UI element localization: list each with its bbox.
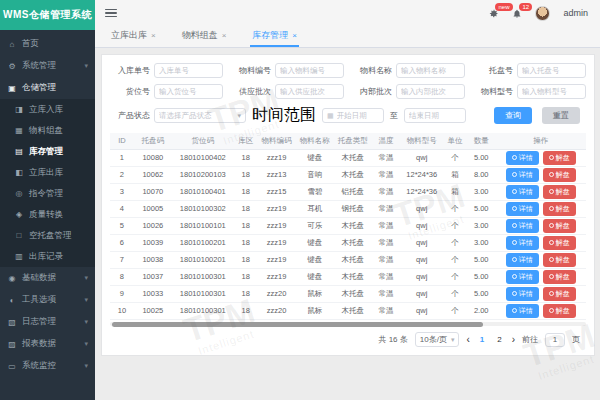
filter-input[interactable] xyxy=(517,84,586,99)
table-row: 4100051801010030218zzz19耳机钢托盘常温qwj个5.00详… xyxy=(110,200,586,217)
release-button[interactable]: 解盘 xyxy=(543,168,576,182)
cell: 鼠标 xyxy=(296,285,334,302)
chevron-down-icon: ▾ xyxy=(84,296,88,304)
sidebar-item-outbound-records[interactable]: ▥出库记录 xyxy=(0,246,95,267)
sidebar-item-home[interactable]: ⌂首页 xyxy=(0,33,95,55)
actions-cell: 详情解盘 xyxy=(496,149,587,166)
cell: 箱 xyxy=(443,166,467,183)
detail-button[interactable]: 详情 xyxy=(506,151,539,165)
release-button[interactable]: 解盘 xyxy=(543,202,576,216)
release-button[interactable]: 解盘 xyxy=(543,151,576,165)
product-status-field: 产品状态请选择产品状态▾ xyxy=(110,108,246,123)
release-icon xyxy=(549,155,554,160)
page-number-2[interactable]: 2 xyxy=(494,335,504,344)
actions-cell: 详情解盘 xyxy=(496,183,587,200)
tab-material-grouping[interactable]: 物料组盘× xyxy=(180,26,229,47)
filter-input[interactable] xyxy=(275,63,344,78)
detail-button[interactable]: 详情 xyxy=(506,253,539,267)
tab-outbound[interactable]: 立库出库× xyxy=(109,26,158,47)
sidebar-item-system-management[interactable]: ⚙系统管理▾ xyxy=(0,55,95,77)
scrollbar-thumb[interactable] xyxy=(112,322,483,327)
filter-label: 托盘号 xyxy=(473,65,513,76)
release-label: 解盘 xyxy=(556,187,570,197)
tab-close-icon[interactable]: × xyxy=(222,31,227,40)
detail-button[interactable]: 详情 xyxy=(506,219,539,233)
sidebar-menu: ⌂首页⚙系统管理▾▣仓储管理◨立库入库▦物料组盘▤库存管理◧立库出库◎指令管理◈… xyxy=(0,30,95,400)
sidebar-item-system-monitor[interactable]: ▭系统监控▾ xyxy=(0,355,95,377)
cell: 铝托盘 xyxy=(334,183,372,200)
sidebar-item-report-data[interactable]: ▨报表数据▾ xyxy=(0,333,95,355)
detail-button[interactable]: 详情 xyxy=(506,236,539,250)
release-button[interactable]: 解盘 xyxy=(543,219,576,233)
avatar[interactable] xyxy=(535,6,550,21)
chevron-down-icon: ▾ xyxy=(451,336,455,344)
tab-inventory[interactable]: 库存管理× xyxy=(250,26,299,47)
filter-input[interactable] xyxy=(396,84,465,99)
release-button[interactable]: 解盘 xyxy=(543,287,576,301)
end-date-picker[interactable] xyxy=(404,108,466,123)
sidebar-item-command-management[interactable]: ◎指令管理 xyxy=(0,183,95,204)
start-date-picker[interactable]: ▦ xyxy=(322,108,384,123)
detail-button[interactable]: 详情 xyxy=(506,202,539,216)
filter-input[interactable] xyxy=(154,84,223,99)
tab-close-icon[interactable]: × xyxy=(151,31,156,40)
filter-input[interactable] xyxy=(396,63,465,78)
cell: 木托盘 xyxy=(334,302,372,319)
filter-label: 供应批次 xyxy=(231,86,271,97)
detail-button[interactable]: 详情 xyxy=(506,287,539,301)
cell: 18 xyxy=(234,302,258,319)
goto-page-input[interactable] xyxy=(545,333,565,347)
release-button[interactable]: 解盘 xyxy=(543,185,576,199)
sidebar-item-tool-options[interactable]: ◐工具选项▾ xyxy=(0,289,95,311)
cell: 5 xyxy=(110,217,134,234)
settings-icon[interactable]: new xyxy=(488,8,499,19)
actions-cell: 详情解盘 xyxy=(496,251,587,268)
next-page-button[interactable]: › xyxy=(512,335,515,345)
release-button[interactable]: 解盘 xyxy=(543,270,576,284)
release-button[interactable]: 解盘 xyxy=(543,253,576,267)
cell: 木托盘 xyxy=(334,268,372,285)
detail-button[interactable]: 详情 xyxy=(506,168,539,182)
filter-input[interactable] xyxy=(154,63,223,78)
detail-button[interactable]: 详情 xyxy=(506,304,539,318)
sidebar-item-quality-convert[interactable]: ◈质量转换 xyxy=(0,204,95,225)
start-date-input[interactable] xyxy=(337,111,379,120)
sidebar-collapse-icon[interactable] xyxy=(105,7,117,20)
filter-input[interactable] xyxy=(275,84,344,99)
tab-close-icon[interactable]: × xyxy=(292,31,297,40)
prev-page-button[interactable]: ‹ xyxy=(466,335,469,345)
sidebar-item-material-grouping[interactable]: ▦物料组盘 xyxy=(0,120,95,141)
sidebar-item-empty-pallet[interactable]: □空托盘管理 xyxy=(0,225,95,246)
horizontal-scrollbar[interactable] xyxy=(110,322,586,327)
release-button[interactable]: 解盘 xyxy=(543,304,576,318)
notifications-icon[interactable]: 12 xyxy=(512,8,522,19)
username[interactable]: admin xyxy=(563,8,588,18)
sidebar-item-inventory[interactable]: ▤库存管理 xyxy=(0,141,95,162)
sidebar-item-basic-data[interactable]: ◉基础数据▾ xyxy=(0,267,95,289)
cell: zzz19 xyxy=(258,268,296,285)
column-header: 物料名称 xyxy=(296,133,334,149)
sidebar-item-log-management[interactable]: ▧日志管理▾ xyxy=(0,311,95,333)
end-date-input[interactable] xyxy=(409,111,461,120)
cell: 18 xyxy=(234,234,258,251)
filter-input[interactable] xyxy=(517,63,586,78)
pagination-total: 共 16 条 xyxy=(378,334,407,345)
detail-label: 详情 xyxy=(519,272,533,282)
release-button[interactable]: 解盘 xyxy=(543,236,576,250)
page-number-1[interactable]: 1 xyxy=(477,335,487,344)
cell: 个 xyxy=(443,234,467,251)
filter-field: 物料型号 xyxy=(473,84,586,99)
column-header: 操作 xyxy=(496,133,587,149)
sidebar-item-warehouse-management[interactable]: ▣仓储管理 xyxy=(0,77,95,99)
sidebar-item-outbound[interactable]: ◧立库出库 xyxy=(0,162,95,183)
cell: 1 xyxy=(110,149,134,166)
sidebar-item-inbound[interactable]: ◨立库入库 xyxy=(0,99,95,120)
search-button[interactable]: 查询 xyxy=(494,107,532,124)
reset-button[interactable]: 重置 xyxy=(542,107,580,124)
detail-button[interactable]: 详情 xyxy=(506,185,539,199)
detail-button[interactable]: 详情 xyxy=(506,270,539,284)
cell: 10005 xyxy=(134,200,172,217)
page-size-select[interactable]: 10条/页▾ xyxy=(415,332,460,347)
goto-suffix: 页 xyxy=(572,334,580,345)
product-status-select[interactable]: 请选择产品状态▾ xyxy=(154,108,246,123)
